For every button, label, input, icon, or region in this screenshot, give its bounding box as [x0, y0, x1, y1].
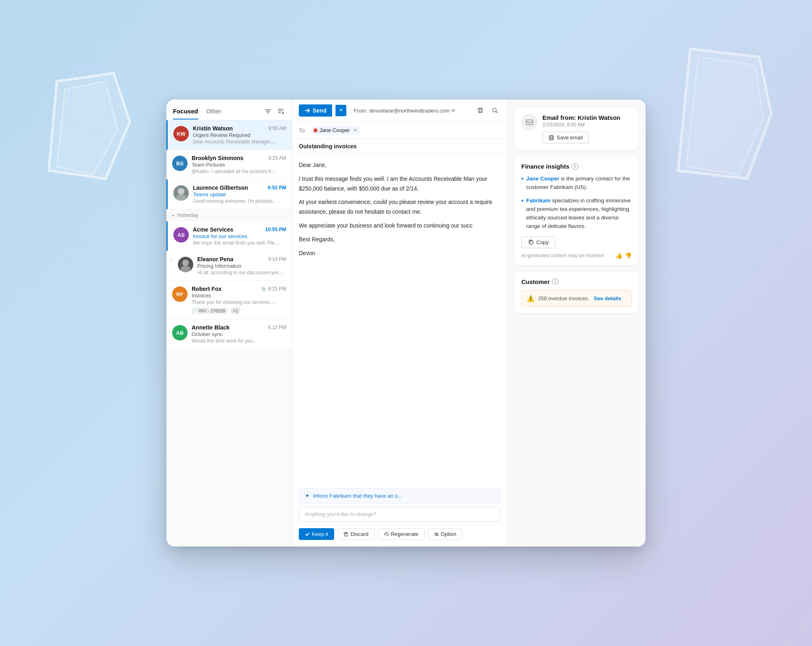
email-item-eleanor[interactable]: › Eleanor Pena 9:14 PM Pricing Informati…	[166, 251, 292, 281]
compose-toolbar: Send From: devonlane@northwindtraders.co…	[292, 100, 507, 122]
plus-badge: +1	[231, 308, 240, 314]
send-dropdown-button[interactable]	[335, 105, 346, 116]
finance-info-icon[interactable]: i	[572, 163, 578, 170]
bg-decoration-left	[32, 49, 154, 211]
avatar-img-eleanor	[178, 257, 193, 272]
body-signature: Devon	[299, 249, 501, 258]
ai-input-placeholder: Anything you'd like to change?	[305, 511, 376, 517]
ai-action-bar: Keep it Discard Regenerate	[292, 525, 507, 546]
customer-card-title: Customer i	[521, 278, 632, 285]
email-header-eleanor: Eleanor Pena 9:14 PM	[197, 256, 286, 262]
sidebar: Focused Other	[166, 100, 292, 546]
yesterday-divider[interactable]: ▾ Yesterday	[166, 209, 292, 221]
subject-eleanor: Pricing Information	[197, 263, 286, 269]
email-header-acme: Acme Services 10:55 PM	[193, 226, 286, 233]
svg-rect-3	[278, 109, 284, 110]
copy-button[interactable]: Copy	[521, 236, 555, 248]
trash-small-icon	[343, 532, 348, 537]
svg-rect-18	[550, 138, 553, 139]
tab-other[interactable]: Other	[206, 108, 222, 119]
sidebar-tabs: Focused Other	[166, 100, 292, 120]
preview-annette: Would this time work for you...	[192, 338, 286, 344]
email-item-kristin[interactable]: KW Kristin Watson 9:55 AM Urgent Review …	[166, 120, 292, 150]
overdue-alert: ⚠️ 358 overdue invoices. See details	[521, 290, 632, 307]
app-window: Focused Other	[166, 100, 646, 546]
preview-laurence: Good morning everyone, I'm pleased...	[193, 198, 286, 204]
preview-eleanor: Hi all, according to our discussion yes.…	[197, 270, 286, 275]
customer-info-icon[interactable]: i	[552, 278, 559, 285]
email-item-acme[interactable]: AS Acme Services 10:55 PM Invoice for ou…	[166, 221, 292, 251]
avatar-annette: AB	[172, 325, 188, 340]
email-item-robert[interactable]: RF Robert Fox 📎 8:25 PM Invoices Thank y…	[166, 281, 292, 319]
svg-rect-4	[278, 111, 282, 111]
svg-rect-2	[267, 113, 269, 113]
discard-button[interactable]: Discard	[337, 528, 374, 540]
email-header-kristin: Kristin Watson 9:55 AM	[193, 125, 286, 132]
avatar-robert: RF	[172, 286, 188, 302]
tab-focused[interactable]: Focused	[173, 108, 198, 119]
send-button[interactable]: Send	[299, 104, 332, 117]
see-details-link[interactable]: See details	[594, 295, 621, 301]
thread-indicator: ›	[171, 257, 172, 262]
sender-eleanor: Eleanor Pena	[197, 256, 233, 262]
email-list: KW Kristin Watson 9:55 AM Urgent Review …	[166, 120, 292, 546]
preview-brooklyn: @Keiko, I uploaded all the pictures fr..…	[192, 169, 286, 174]
regenerate-button[interactable]: Regenerate	[378, 528, 425, 540]
thumbs-up-button[interactable]: 👍	[615, 252, 622, 259]
to-field: To Jane Cooper ✕	[292, 122, 507, 139]
fabrikam-link[interactable]: Fabrikam	[526, 197, 551, 204]
svg-point-7	[176, 194, 186, 201]
recipient-tag: Jane Cooper ✕	[311, 126, 361, 134]
svg-point-9	[181, 266, 190, 272]
from-dropdown-icon[interactable]	[451, 108, 455, 113]
email-content-brooklyn: Brooklyn Simmons 8:25 AM Team Pictures @…	[192, 155, 286, 174]
email-item-brooklyn[interactable]: BS Brooklyn Simmons 8:25 AM Team Picture…	[166, 150, 292, 180]
sender-robert: Robert Fox	[192, 286, 222, 292]
jane-cooper-link[interactable]: Jane Cooper	[526, 176, 559, 182]
send-icon	[304, 108, 310, 113]
email-content-kristin: Kristin Watson 9:55 AM Urgent Review Req…	[193, 125, 286, 145]
avatar-laurence	[173, 185, 189, 201]
ai-suggestion-bar[interactable]: ✦ Inform Fabrikam that they have an o...	[299, 488, 501, 503]
email-compose-panel: Send From: devonlane@northwindtraders.co…	[292, 100, 508, 546]
svg-point-8	[182, 260, 189, 266]
customer-card: Customer i ⚠️ 358 overdue invoices. See …	[515, 272, 638, 313]
email-content-eleanor: Eleanor Pena 9:14 PM Pricing Information…	[197, 256, 286, 275]
ai-input-field[interactable]: Anything you'd like to change?	[299, 507, 501, 522]
finance-card-title: Finance insights i	[521, 163, 632, 170]
time-kristin: 9:55 AM	[268, 126, 286, 131]
overdue-text: 358 overdue invoices.	[538, 295, 589, 301]
email-summary-card: Email from: Kristin Watson 2/23/2024, 9:…	[515, 108, 638, 150]
keep-it-button[interactable]: Keep it	[299, 528, 334, 540]
sort-icon[interactable]	[276, 107, 285, 116]
body-paragraph-2: At your earliest convenience, could you …	[299, 197, 501, 217]
email-summary-date: 2/23/2024, 9:55 AM	[542, 122, 632, 128]
email-item-laurence[interactable]: Laurence Gilbertson 6:52 PM Teams update…	[166, 180, 292, 209]
filter-icon[interactable]	[263, 107, 272, 116]
from-field: From: devonlane@northwindtraders.com	[354, 108, 455, 114]
options-button[interactable]: Option	[428, 528, 462, 540]
sender-laurence: Laurence Gilbertson	[193, 184, 248, 191]
svg-point-13	[435, 533, 436, 534]
mail-icon-circle	[521, 114, 538, 130]
search-button[interactable]	[489, 105, 501, 116]
options-icon	[434, 532, 439, 537]
time-brooklyn: 8:25 AM	[268, 155, 286, 161]
preview-acme: We hope this email finds you well. Ple..…	[193, 240, 286, 246]
email-header-laurence: Laurence Gilbertson 6:52 PM	[193, 184, 286, 191]
subject-laurence: Teams update	[193, 191, 286, 197]
search-icon	[492, 107, 498, 114]
email-item-annette[interactable]: AB Annette Black 6:12 PM October sync Wo…	[166, 319, 292, 349]
ai-disclaimer: AI-generated content may be incorrect 👍 …	[521, 252, 632, 259]
time-robert: 8:25 PM	[268, 286, 286, 292]
avatar-kristin: KW	[173, 126, 189, 141]
preview-kristin: Dear Accounts Receivable Manager,...	[193, 139, 286, 145]
thumbs-down-button[interactable]: 👎	[625, 252, 632, 259]
copy-icon	[528, 239, 534, 245]
delete-button[interactable]	[475, 105, 486, 116]
trash-icon	[477, 107, 484, 114]
save-email-button[interactable]: Save email	[542, 132, 589, 143]
recipient-remove-button[interactable]: ✕	[353, 128, 357, 133]
svg-rect-1	[266, 111, 270, 112]
recipient-name: Jane Cooper	[320, 127, 350, 133]
